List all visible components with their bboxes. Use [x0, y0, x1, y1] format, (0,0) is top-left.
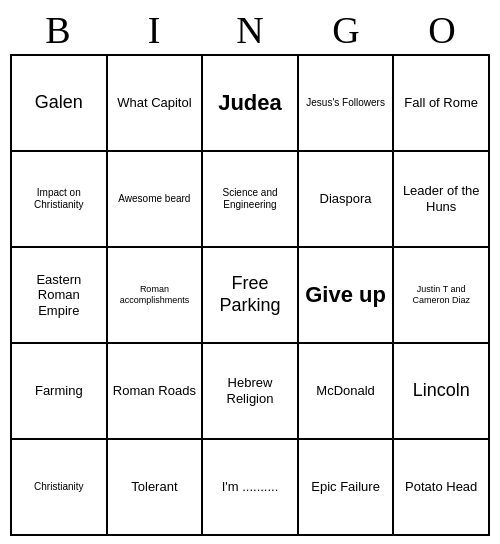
bingo-cell: McDonald — [299, 344, 395, 440]
bingo-cell: Roman Roads — [108, 344, 204, 440]
bingo-cell: Leader of the Huns — [394, 152, 490, 248]
bingo-cell: Roman accomplishments — [108, 248, 204, 344]
bingo-cell: Impact on Christianity — [12, 152, 108, 248]
header-letter: G — [298, 8, 394, 52]
bingo-cell: I'm .......... — [203, 440, 299, 536]
bingo-cell: What Capitol — [108, 56, 204, 152]
header-letter: N — [202, 8, 298, 52]
header-letter: I — [106, 8, 202, 52]
bingo-cell: Justin T and Cameron Diaz — [394, 248, 490, 344]
bingo-cell: Jesus's Followers — [299, 56, 395, 152]
bingo-cell: Potato Head — [394, 440, 490, 536]
bingo-cell: Tolerant — [108, 440, 204, 536]
header-letter: O — [394, 8, 490, 52]
bingo-cell: Free Parking — [203, 248, 299, 344]
bingo-cell: Judea — [203, 56, 299, 152]
bingo-cell: Galen — [12, 56, 108, 152]
bingo-cell: Eastern Roman Empire — [12, 248, 108, 344]
bingo-header: BINGO — [10, 8, 490, 52]
bingo-cell: Fall of Rome — [394, 56, 490, 152]
header-letter: B — [10, 8, 106, 52]
bingo-cell: Hebrew Religion — [203, 344, 299, 440]
bingo-cell: Give up — [299, 248, 395, 344]
bingo-cell: Farming — [12, 344, 108, 440]
bingo-cell: Diaspora — [299, 152, 395, 248]
bingo-cell: Epic Failure — [299, 440, 395, 536]
bingo-cell: Lincoln — [394, 344, 490, 440]
bingo-cell: Christianity — [12, 440, 108, 536]
bingo-cell: Awesome beard — [108, 152, 204, 248]
bingo-grid: GalenWhat CapitolJudeaJesus's FollowersF… — [10, 54, 490, 536]
bingo-cell: Science and Engineering — [203, 152, 299, 248]
